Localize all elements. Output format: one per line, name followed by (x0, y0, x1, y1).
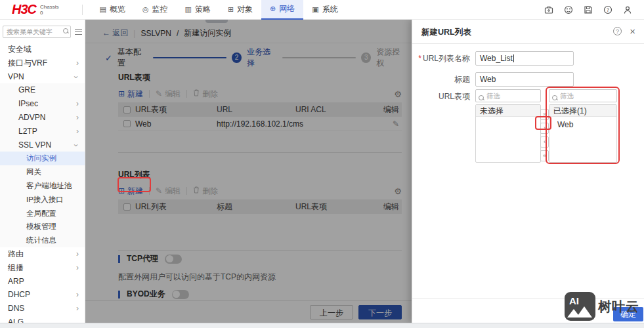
monitor-icon: ◎ (142, 5, 149, 14)
sidebar-item-statistics[interactable]: 统计信息 (0, 234, 85, 247)
network-icon: ⊕ (270, 5, 276, 13)
search-icon (63, 28, 68, 33)
collapse-menu-icon[interactable] (75, 29, 82, 35)
dialog-close-icon[interactable]: × (630, 26, 635, 37)
chevron-right-icon: › (76, 288, 79, 302)
selected-list-item[interactable]: Web (549, 117, 616, 129)
sidebar-menu: 安全域 接口与VRF› VPN› GRE IPsec› ADVPN› L2TP›… (0, 43, 85, 328)
move-all-right-button[interactable]: » (540, 109, 549, 120)
sidebar-item-routing[interactable]: 路由› (0, 247, 85, 261)
unselected-filter (475, 91, 541, 100)
move-left-button[interactable]: ‹ (540, 136, 549, 148)
selected-list: 已选择(1) Web (549, 104, 617, 163)
overview-icon: ▤ (99, 5, 106, 14)
sidebar: 安全域 接口与VRF› VPN› GRE IPsec› ADVPN› L2TP›… (0, 20, 85, 323)
chevron-right-icon: › (76, 97, 79, 111)
unselected-list: 未选择 (475, 104, 541, 163)
selected-filter (549, 91, 617, 100)
nav-network[interactable]: ⊕网络 (261, 0, 303, 20)
name-field-row: *URL列表名称 Web_List (412, 51, 574, 66)
sidebar-item-access-instance[interactable]: 访问实例 (0, 152, 85, 165)
policy-icon: ▥ (184, 5, 191, 14)
help-icon[interactable]: ? (603, 5, 612, 14)
modal-mask (85, 20, 412, 323)
nav-policy[interactable]: ▥策略 (176, 0, 219, 20)
sidebar-item-dhcp[interactable]: DHCP› (0, 288, 85, 302)
search-icon (479, 95, 484, 100)
chevron-right-icon: › (76, 261, 79, 275)
name-field-label: *URL列表名称 (412, 51, 470, 66)
dialog-footer-divider (412, 298, 644, 299)
topbar-actions: ? (544, 5, 632, 14)
save-icon[interactable] (584, 5, 593, 14)
sidebar-item-vpn[interactable]: VPN› (0, 70, 85, 84)
search-icon (552, 95, 557, 100)
chevron-right-icon: › (76, 125, 79, 138)
chevron-down-icon: › (70, 75, 83, 78)
url-list-name-input[interactable]: Web_List (475, 51, 574, 66)
sidebar-search-row (3, 26, 82, 38)
selected-list-header: 已选择(1) (549, 105, 616, 117)
dialog-title-divider (412, 43, 644, 44)
url-list-title-input[interactable]: Web (475, 72, 574, 87)
nav-monitor[interactable]: ◎监控 (134, 0, 177, 20)
sidebar-item-client-address-pool[interactable]: 客户端地址池 (0, 179, 85, 193)
svg-text:?: ? (607, 7, 609, 12)
sidebar-item-template-management[interactable]: 模板管理 (0, 220, 85, 234)
sidebar-item-ipsec[interactable]: IPsec› (0, 97, 85, 111)
ok-button[interactable]: 确定 (613, 307, 643, 321)
transfer-buttons: » › ‹ « (540, 109, 549, 161)
system-icon: ▣ (312, 5, 318, 14)
move-all-left-button[interactable]: « (540, 150, 549, 161)
sidebar-item-multicast[interactable]: 组播› (0, 261, 85, 275)
transfer-unselected-column: 未选择 (475, 89, 541, 163)
toolbox-icon[interactable] (544, 5, 553, 14)
move-right-button[interactable]: › (540, 123, 549, 134)
sidebar-item-interface-vrf[interactable]: 接口与VRF› (0, 56, 85, 70)
top-bar: H3C Chassis 0 ▤概览 ◎监控 ▥策略 ⊞对象 ⊕网络 ▣系统 ? (0, 0, 644, 20)
topbar-divider (82, 5, 83, 15)
sidebar-item-l2tp[interactable]: L2TP› (0, 125, 85, 138)
chevron-right-icon: › (76, 111, 79, 125)
entry-field-label: URL表项 (412, 89, 470, 104)
required-mark: * (418, 54, 421, 63)
sidebar-item-ip-access-interface[interactable]: IP接入接口 (0, 193, 85, 207)
h3c-logo: H3C (12, 2, 36, 17)
theme-icon[interactable] (564, 5, 573, 14)
sidebar-item-advpn[interactable]: ADVPN› (0, 111, 85, 125)
sidebar-item-gre[interactable]: GRE (0, 83, 85, 97)
selected-filter-input[interactable] (549, 89, 617, 102)
dialog-help-icon[interactable]: ? (613, 27, 622, 35)
sidebar-item-global-config[interactable]: 全局配置 (0, 207, 85, 220)
main-nav: ▤概览 ◎监控 ▥策略 ⊞对象 ⊕网络 ▣系统 (91, 0, 346, 20)
new-url-list-dialog: 新建URL列表 ? × *URL列表名称 Web_List 标题 Web URL… (412, 20, 644, 323)
unselected-filter-input[interactable] (475, 89, 541, 102)
nav-object[interactable]: ⊞对象 (219, 0, 261, 20)
sidebar-item-ssl-vpn[interactable]: SSL VPN› (0, 138, 85, 152)
user-icon[interactable] (623, 5, 632, 14)
bottom-strip (0, 323, 644, 328)
text-caret (513, 54, 514, 62)
title-field-row: 标题 Web (412, 72, 574, 87)
chassis-label: Chassis 0 (40, 4, 58, 16)
title-field-label: 标题 (412, 72, 470, 87)
sidebar-item-dns[interactable]: DNS› (0, 302, 85, 316)
entry-field-row: URL表项 (412, 89, 470, 104)
transfer-selected-column: 已选择(1) Web (549, 89, 617, 163)
nav-overview[interactable]: ▤概览 (91, 0, 133, 20)
object-icon: ⊞ (228, 5, 234, 14)
chevron-right-icon: › (76, 56, 79, 70)
dialog-title: 新建URL列表 (421, 27, 471, 38)
sidebar-item-gateway[interactable]: 网关 (0, 165, 85, 179)
unselected-list-header: 未选择 (476, 105, 540, 117)
nav-system[interactable]: ▣系统 (303, 0, 346, 20)
sidebar-item-arp[interactable]: ARP (0, 275, 85, 289)
chevron-down-icon: › (70, 144, 83, 146)
chevron-right-icon: › (76, 247, 79, 261)
search-box (3, 26, 71, 38)
chevron-right-icon: › (76, 302, 79, 316)
menu-search-input[interactable] (3, 26, 71, 38)
sidebar-item-security-zone[interactable]: 安全域 (0, 43, 85, 56)
